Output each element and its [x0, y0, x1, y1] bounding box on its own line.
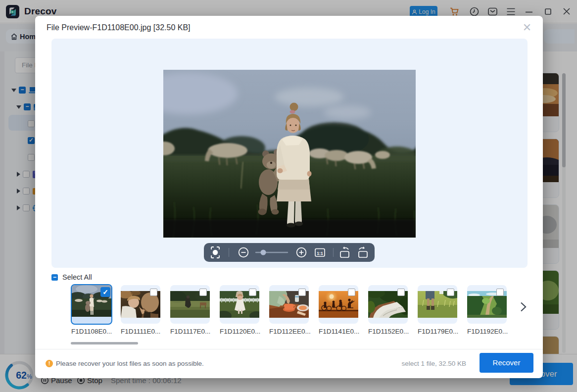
svg-text:1:1: 1:1 [317, 251, 323, 256]
